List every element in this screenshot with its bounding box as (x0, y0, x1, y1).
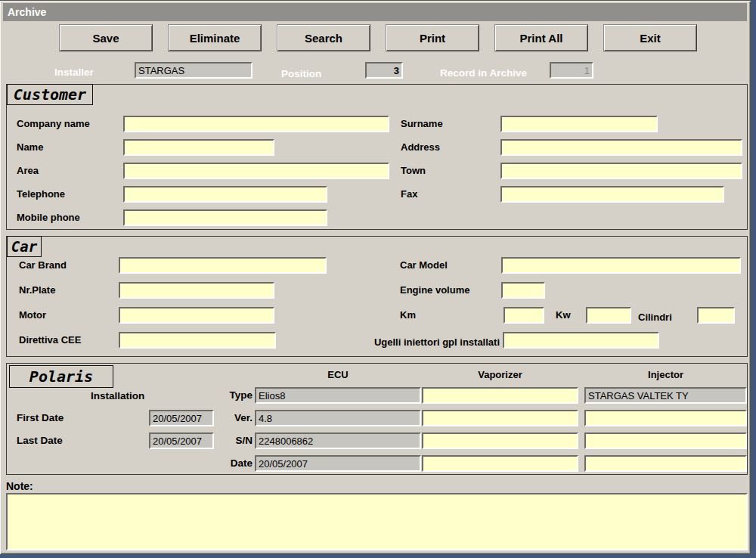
surname-label: Surname (401, 118, 443, 129)
direttiva-cee-input[interactable] (119, 332, 276, 349)
note-textarea[interactable] (6, 493, 748, 550)
ver-label: Ver. (188, 412, 253, 423)
nr-plate-input[interactable] (119, 282, 274, 299)
vaporizer-type-input[interactable] (422, 387, 578, 404)
cilindri-label: Cilindri (638, 312, 672, 323)
first-date-label: First Date (17, 412, 64, 423)
injector-column-header: Injector (584, 369, 747, 380)
engine-volume-label: Engine volume (400, 284, 469, 296)
record-in-archive-label: Record in Archive (440, 67, 527, 79)
customer-section: Customer Company name Surname Name Addre… (6, 84, 748, 230)
type-label: Type (188, 389, 253, 401)
polaris-section: Polaris ECU Vaporizer Injector Installat… (6, 363, 748, 475)
name-label: Name (17, 141, 43, 153)
kw-label: Kw (556, 309, 571, 321)
injector-ver-input[interactable] (584, 410, 747, 426)
ecu-date-input[interactable] (255, 455, 421, 472)
address-input[interactable] (500, 139, 742, 156)
car-brand-input[interactable] (119, 257, 327, 274)
ecu-column-header: ECU (255, 369, 421, 380)
position-label: Position (281, 68, 321, 79)
mobile-phone-input[interactable] (123, 209, 327, 226)
vaporizer-sn-input[interactable] (422, 432, 578, 449)
fax-input[interactable] (500, 186, 724, 203)
window-title: Archive (8, 6, 46, 18)
mobile-phone-label: Mobile phone (17, 212, 80, 223)
town-input[interactable] (500, 163, 742, 179)
direttiva-cee-label: Direttiva CEE (19, 334, 81, 346)
telephone-input[interactable] (123, 186, 327, 203)
company-name-label: Company name (17, 118, 90, 129)
ecu-type-input[interactable] (255, 387, 421, 404)
installer-label: Installer (54, 67, 94, 78)
date-label: Date (188, 457, 253, 469)
archive-window: Archive Save Eliminate Search Print Prin… (0, 0, 751, 554)
car-model-input[interactable] (501, 257, 741, 274)
note-label: Note: (6, 480, 33, 492)
ugelli-iniettori-label: Ugelli iniettori gpl installati (332, 336, 500, 348)
vaporizer-column-header: Vaporizer (422, 369, 578, 380)
window-titlebar: Archive (3, 3, 747, 21)
save-button[interactable]: Save (59, 24, 153, 51)
polaris-section-title: Polaris (9, 365, 113, 388)
injector-sn-input[interactable] (584, 432, 747, 449)
cilindri-input[interactable] (697, 307, 735, 324)
eliminate-button[interactable]: Eliminate (168, 24, 262, 51)
ugelli-iniettori-input[interactable] (503, 332, 659, 349)
record-in-archive-input[interactable] (550, 62, 593, 79)
kw-input[interactable] (586, 307, 631, 324)
ecu-ver-input[interactable] (255, 410, 421, 426)
company-name-input[interactable] (123, 116, 389, 132)
km-input[interactable] (503, 307, 544, 324)
area-input[interactable] (123, 163, 389, 179)
exit-button[interactable]: Exit (603, 24, 697, 51)
last-date-label: Last Date (17, 435, 63, 446)
sn-label: S/N (188, 435, 253, 446)
area-label: Area (17, 165, 39, 176)
vaporizer-ver-input[interactable] (422, 410, 578, 426)
car-section: Car Car Brand Car Model Nr.Plate Engine … (6, 236, 748, 357)
motor-input[interactable] (119, 307, 274, 324)
installer-input[interactable] (135, 62, 253, 79)
km-label: Km (400, 309, 416, 321)
town-label: Town (401, 165, 426, 176)
print-all-button[interactable]: Print All (494, 24, 588, 51)
injector-type-input[interactable] (584, 387, 747, 404)
customer-section-title: Customer (7, 84, 93, 105)
position-input[interactable] (365, 62, 403, 79)
vaporizer-date-input[interactable] (422, 455, 578, 472)
injector-date-input[interactable] (584, 455, 747, 472)
print-button[interactable]: Print (386, 24, 479, 51)
motor-label: Motor (19, 309, 46, 321)
engine-volume-input[interactable] (501, 282, 545, 299)
car-brand-label: Car Brand (19, 259, 67, 271)
surname-input[interactable] (500, 116, 658, 132)
search-button[interactable]: Search (277, 24, 370, 51)
fax-label: Fax (401, 188, 417, 200)
car-section-title: Car (7, 236, 42, 257)
nr-plate-label: Nr.Plate (19, 284, 55, 296)
name-input[interactable] (123, 139, 274, 156)
ecu-sn-input[interactable] (255, 432, 421, 449)
car-model-label: Car Model (400, 259, 448, 271)
telephone-label: Telephone (17, 188, 65, 200)
installation-label: Installation (91, 390, 144, 401)
address-label: Address (401, 141, 440, 153)
